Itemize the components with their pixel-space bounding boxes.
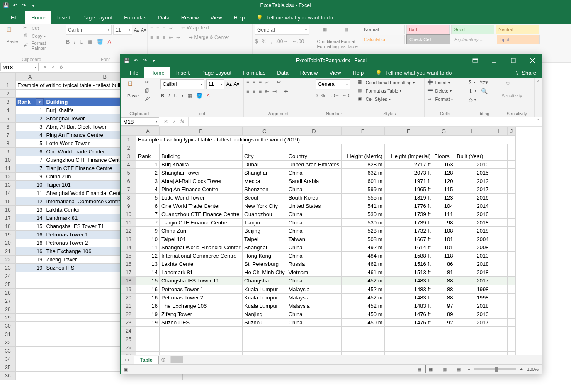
cell[interactable]: 1476 ft [384, 310, 433, 319]
row-header[interactable]: 13 [0, 181, 16, 189]
tab-home[interactable]: Home [25, 11, 51, 24]
tab-insert[interactable]: Insert [51, 11, 77, 24]
cell[interactable]: 1732 ft [384, 227, 433, 235]
row-header[interactable]: 29 [0, 314, 16, 322]
conditional-formatting-button[interactable]: ▦Conditional Formatting▾ [357, 79, 415, 86]
row-header[interactable]: 34 [0, 355, 16, 363]
style-good[interactable]: Good [451, 25, 494, 34]
cell[interactable]: 16 [16, 247, 44, 256]
row-header[interactable]: 11 [121, 219, 136, 227]
cell[interactable]: 16 [16, 239, 44, 247]
tab-review[interactable]: Review [294, 67, 324, 78]
cell[interactable] [507, 294, 515, 302]
accept-formula-icon[interactable]: ✓ [51, 64, 56, 70]
align-left-icon[interactable]: ≡ [150, 34, 153, 40]
cell[interactable]: 2010 [455, 310, 491, 319]
cell[interactable] [341, 335, 384, 343]
format-as-table-button[interactable]: ▤Format as Table [340, 25, 360, 51]
cell[interactable]: 86 [433, 260, 455, 268]
wrap-text-icon[interactable]: ↩ [277, 79, 281, 85]
style-bad[interactable]: Bad [406, 25, 450, 34]
tab-formulas[interactable]: Formulas [118, 11, 152, 24]
cell[interactable] [491, 235, 507, 243]
cell[interactable] [491, 343, 507, 352]
orient-icon[interactable]: ⤾ [169, 25, 173, 31]
accept-formula-icon[interactable]: ✓ [172, 119, 176, 124]
cell[interactable] [16, 280, 44, 289]
cell[interactable]: 12 [16, 197, 44, 206]
cell[interactable]: 1614 ft [384, 243, 433, 252]
cell[interactable]: China [287, 169, 341, 177]
comma-icon[interactable]: , [328, 93, 329, 98]
number-format-select[interactable]: General▾ [316, 79, 350, 89]
cell[interactable] [16, 305, 44, 314]
cell[interactable]: Kuala Lumpur [243, 285, 287, 294]
tab-help[interactable]: Help [228, 11, 250, 24]
cell[interactable]: 108 [433, 227, 455, 235]
cell[interactable]: Vietnam [287, 268, 341, 277]
cell[interactable] [491, 227, 507, 235]
col-header[interactable]: E [341, 127, 384, 136]
style-explanatory[interactable]: Explanatory ... [452, 35, 495, 44]
row-header[interactable]: 12 [0, 173, 16, 181]
row-header[interactable]: 35 [0, 363, 16, 372]
cell[interactable]: Kuala Lumpur [243, 294, 287, 302]
cell[interactable] [507, 202, 515, 210]
row-header[interactable]: 18 [121, 277, 136, 285]
cell[interactable]: United Arab Emirates [287, 161, 341, 169]
row-header[interactable]: 22 [121, 310, 136, 319]
cell[interactable]: Lotte World Tower [160, 194, 243, 202]
cell[interactable]: 2017 [455, 277, 491, 285]
cell[interactable]: 1483 ft [384, 277, 433, 285]
row-header[interactable]: 26 [0, 289, 16, 297]
cell[interactable]: 1998 [455, 285, 491, 294]
font-size-select[interactable]: 11▾ [206, 79, 224, 89]
cell[interactable]: 1667 ft [384, 235, 433, 243]
cell[interactable]: 1516 ft [384, 260, 433, 268]
cell[interactable]: Built (Year) [455, 152, 491, 161]
view-normal-icon[interactable]: ▦ [425, 365, 435, 373]
cell[interactable] [16, 90, 44, 98]
cell[interactable]: 1965 ft [384, 185, 433, 194]
row-header[interactable]: 18 [0, 222, 16, 231]
cell[interactable]: Tianjin [243, 219, 287, 227]
tab-view[interactable]: View [204, 11, 228, 24]
align-center-icon[interactable]: ≡ [253, 88, 255, 94]
cell[interactable]: China [287, 185, 341, 194]
cell[interactable]: 2018 [455, 227, 491, 235]
row-header[interactable]: 4 [0, 106, 16, 114]
cell[interactable]: Saudi Arabia [287, 177, 341, 185]
cell[interactable]: 461 m [341, 268, 384, 277]
cell[interactable]: China [287, 252, 341, 260]
style-input[interactable]: Input [497, 35, 540, 44]
sort-filter-icon[interactable]: ᴬᴢ▾ [480, 79, 488, 85]
cell[interactable]: Ping An Finance Centre [160, 185, 243, 194]
format-as-table-button[interactable]: ▤Format as Table▾ [357, 88, 415, 94]
cell[interactable]: 89 [433, 310, 455, 319]
cell[interactable]: 101 [433, 235, 455, 243]
brush-icon[interactable]: 🖌 [145, 96, 150, 102]
cell[interactable] [287, 144, 341, 152]
cell[interactable]: China [287, 243, 341, 252]
cell[interactable] [160, 352, 243, 355]
currency-icon[interactable]: $ [255, 39, 258, 44]
cell[interactable]: 7 [16, 156, 44, 164]
indent-inc-icon[interactable]: ⇥ [272, 88, 277, 94]
row-header[interactable]: 3 [0, 98, 16, 106]
cell[interactable]: 2015 [455, 169, 491, 177]
cell[interactable]: 97 [433, 302, 455, 310]
cell[interactable] [433, 352, 455, 355]
cell[interactable] [287, 335, 341, 343]
cell[interactable]: 4 [136, 185, 160, 194]
cell[interactable] [433, 327, 455, 335]
cell-styles-button[interactable]: ▣Cell Styles▾ [357, 96, 415, 102]
cell[interactable]: 16 [136, 294, 160, 302]
cell[interactable]: 19 [16, 264, 44, 272]
cell[interactable]: Taipei [243, 235, 287, 243]
cell[interactable] [455, 335, 491, 343]
cell[interactable]: 2073 ft [384, 169, 433, 177]
cell[interactable]: Dubai [243, 161, 287, 169]
cell[interactable] [16, 330, 44, 338]
cell[interactable]: Height (Imperial) [384, 152, 433, 161]
cell[interactable]: 14 [136, 268, 160, 277]
